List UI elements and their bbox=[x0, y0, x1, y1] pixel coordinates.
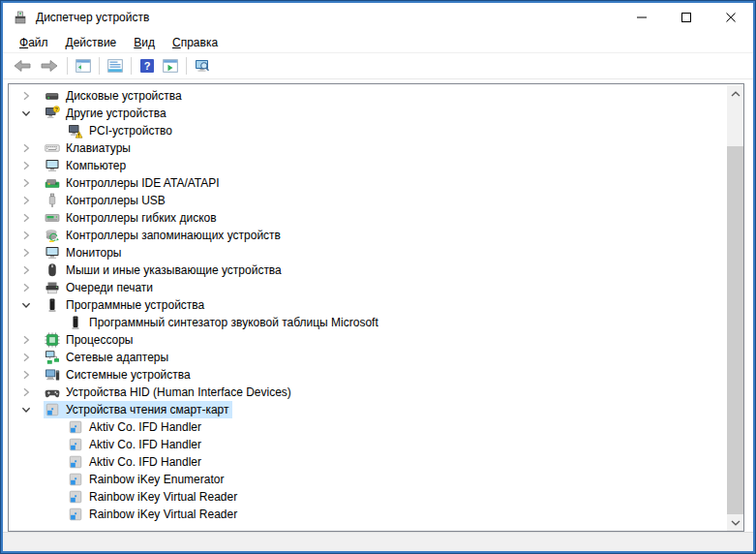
scan-hardware-changes-button[interactable] bbox=[191, 54, 214, 77]
usb-controller-icon bbox=[45, 193, 60, 208]
scroll-down-button[interactable] bbox=[727, 514, 743, 531]
tree-item-label: Rainbow iKey Virtual Reader bbox=[88, 508, 238, 521]
menu-bar: ФайлДействиеВидСправка bbox=[3, 32, 753, 53]
tree-item[interactable]: Программный синтезатор звуковой таблицы … bbox=[9, 314, 727, 331]
tree-item[interactable]: PCI-устройство bbox=[9, 122, 727, 139]
tree-item-label: Aktiv Co. IFD Handler bbox=[88, 455, 202, 469]
chevron-right-icon[interactable] bbox=[18, 262, 34, 278]
tree-item[interactable]: Клавиатуры bbox=[9, 139, 727, 157]
tree-item-content: Программный синтезатор звуковой таблицы … bbox=[67, 314, 382, 331]
svg-text:?: ? bbox=[144, 60, 151, 72]
chevron-right-icon[interactable] bbox=[18, 350, 34, 365]
tree-item-content: Контроллеры USB bbox=[44, 192, 169, 209]
chevron-right-icon[interactable] bbox=[18, 140, 34, 156]
chevron-right-icon[interactable] bbox=[18, 385, 34, 400]
tree-item[interactable]: Контроллеры USB bbox=[9, 192, 727, 209]
tree-item[interactable]: Контроллеры IDE ATA/ATAPI bbox=[9, 174, 727, 192]
tree-item[interactable]: Очереди печати bbox=[9, 279, 727, 296]
toolbar-separator bbox=[186, 57, 187, 75]
back-button[interactable] bbox=[9, 54, 36, 77]
menu-file[interactable]: Файл bbox=[11, 34, 57, 51]
tree-item[interactable]: Компьютер bbox=[9, 157, 727, 174]
tree-item[interactable]: Процессоры bbox=[9, 331, 727, 349]
tree-item[interactable]: Контроллеры запоминающих устройств bbox=[9, 227, 727, 244]
smart-card-reader-icon bbox=[68, 419, 83, 435]
tree-item[interactable]: Aktiv Co. IFD Handler bbox=[9, 418, 727, 436]
device-tree-panel: Дисковые устройства?Другие устройстваPCI… bbox=[8, 83, 744, 532]
tree-item[interactable]: Мониторы bbox=[9, 244, 727, 262]
chevron-right-icon[interactable] bbox=[18, 280, 34, 295]
tree-item[interactable]: Контроллеры гибких дисков bbox=[9, 209, 727, 227]
chevron-right-icon[interactable] bbox=[18, 158, 34, 173]
chevron-right-icon[interactable] bbox=[18, 193, 34, 208]
device-tree: Дисковые устройства?Другие устройстваPCI… bbox=[9, 85, 727, 531]
close-icon bbox=[726, 13, 736, 22]
show-hide-console-tree-button[interactable] bbox=[72, 54, 95, 77]
tree-item-label: Компьютер bbox=[65, 159, 127, 172]
tree-item[interactable]: Устройства HID (Human Interface Devices) bbox=[9, 384, 727, 401]
chevron-right-icon[interactable] bbox=[18, 228, 34, 243]
tree-item[interactable]: Мыши и иные указывающие устройства bbox=[9, 262, 727, 279]
tree-item[interactable]: Rainbow iKey Virtual Reader bbox=[9, 506, 727, 523]
vertical-scrollbar[interactable] bbox=[727, 85, 743, 531]
network-adapter-icon bbox=[45, 350, 60, 365]
tree-item[interactable]: Rainbow iKey Virtual Reader bbox=[9, 488, 727, 506]
mouse-icon bbox=[45, 262, 60, 278]
tree-item[interactable]: Rainbow iKey Enumerator bbox=[9, 471, 727, 488]
content-area: Дисковые устройства?Другие устройстваPCI… bbox=[3, 79, 753, 532]
close-button[interactable] bbox=[709, 3, 753, 32]
chevron-down-icon[interactable] bbox=[18, 297, 34, 313]
smart-card-reader-icon bbox=[68, 489, 83, 505]
help-button[interactable]: ? bbox=[136, 54, 159, 77]
tree-item-label: Сетевые адаптеры bbox=[65, 351, 169, 364]
chevron-down-icon[interactable] bbox=[18, 402, 34, 417]
tree-item-label: Aktiv Co. IFD Handler bbox=[88, 420, 202, 434]
scroll-thumb[interactable] bbox=[727, 146, 743, 514]
svg-text:?: ? bbox=[55, 107, 59, 112]
chevron-placeholder bbox=[42, 419, 57, 435]
tree-item-content: ?Другие устройства bbox=[44, 105, 170, 122]
tree-item[interactable]: Сетевые адаптеры bbox=[9, 349, 727, 366]
window-inner: Диспетчер устройств ФайлДействиеВидСправ… bbox=[1, 1, 755, 553]
tree-item-content: Процессоры bbox=[44, 331, 137, 349]
title-bar: Диспетчер устройств bbox=[3, 3, 753, 32]
chevron-right-icon[interactable] bbox=[18, 88, 34, 104]
status-bar bbox=[3, 532, 753, 551]
chevron-right-icon[interactable] bbox=[18, 210, 34, 226]
menu-action[interactable]: Действие bbox=[57, 34, 126, 51]
tree-item-label: Очереди печати bbox=[65, 281, 154, 294]
tree-item-label: Дисковые устройства bbox=[65, 89, 183, 103]
maximize-button[interactable] bbox=[664, 3, 709, 32]
tree-item[interactable]: Системные устройства bbox=[9, 366, 727, 384]
chevron-right-icon[interactable] bbox=[18, 367, 34, 383]
properties-button[interactable] bbox=[104, 54, 127, 77]
chevron-right-icon[interactable] bbox=[18, 175, 34, 191]
scroll-track[interactable] bbox=[727, 102, 743, 514]
action-pane-button[interactable] bbox=[159, 54, 182, 77]
scroll-down-icon bbox=[731, 520, 741, 526]
menu-help[interactable]: Справка bbox=[164, 34, 227, 51]
scroll-up-button[interactable] bbox=[727, 85, 743, 102]
tree-item[interactable]: Aktiv Co. IFD Handler bbox=[9, 436, 727, 453]
chevron-right-icon[interactable] bbox=[18, 332, 34, 348]
properties-icon bbox=[107, 58, 123, 74]
printer-icon bbox=[45, 280, 60, 295]
tree-item[interactable]: ?Другие устройства bbox=[9, 105, 727, 122]
arrow-right-icon bbox=[39, 58, 60, 74]
menu-view[interactable]: Вид bbox=[125, 34, 164, 51]
chevron-placeholder bbox=[42, 437, 57, 452]
chevron-right-icon[interactable] bbox=[18, 245, 34, 261]
tree-item[interactable]: Устройства чтения смарт-карт bbox=[9, 401, 727, 418]
tree-item[interactable]: Программные устройства bbox=[9, 296, 727, 314]
chevron-down-icon[interactable] bbox=[18, 106, 34, 121]
tree-item-content: Сетевые адаптеры bbox=[44, 349, 172, 366]
processor-icon bbox=[45, 332, 60, 348]
tree-item-content: Контроллеры IDE ATA/ATAPI bbox=[44, 174, 224, 192]
tree-item[interactable]: Дисковые устройства bbox=[9, 87, 727, 105]
forward-button[interactable] bbox=[36, 54, 63, 77]
tree-item[interactable]: Aktiv Co. IFD Handler bbox=[9, 453, 727, 471]
tree-item-label: Контроллеры USB bbox=[65, 194, 166, 207]
minimize-button[interactable] bbox=[620, 3, 664, 32]
tree-item-label: Rainbow iKey Virtual Reader bbox=[88, 490, 238, 504]
help-icon: ? bbox=[139, 58, 155, 74]
